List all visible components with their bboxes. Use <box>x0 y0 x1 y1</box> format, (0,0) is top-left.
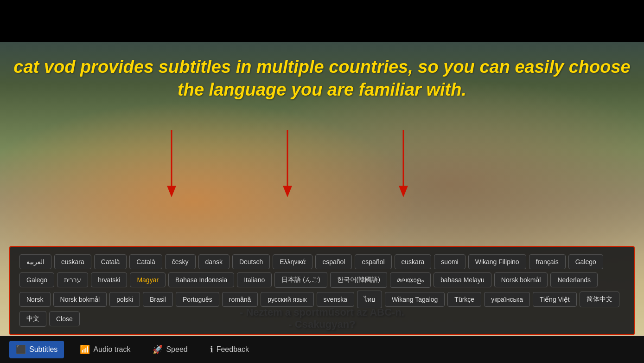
audio-track-button[interactable]: 📶 Audio track <box>73 341 137 358</box>
lang-btn-ukrainian[interactable]: українська <box>484 292 530 307</box>
lang-btn-greek[interactable]: Ελληνικά <box>273 254 312 269</box>
speed-label: Speed <box>166 345 187 354</box>
subtitles-button[interactable]: ⬛ Subtitles <box>9 341 64 358</box>
lang-btn-turkce[interactable]: Türkçe <box>447 292 481 307</box>
lang-btn-hrvatski[interactable]: hrvatski <box>91 272 127 287</box>
feedback-icon: ℹ <box>210 344 213 355</box>
lang-btn-arabic[interactable]: العربية <box>19 254 51 269</box>
lang-btn-norsk_bokmal2[interactable]: Norsk bokmål <box>53 292 107 307</box>
lang-btn-norsk[interactable]: Norsk <box>19 292 51 307</box>
lang-btn-bahasa_indonesia[interactable]: Bahasa Indonesia <box>168 272 234 287</box>
subtitles-label: Subtitles <box>29 345 57 354</box>
lang-btn-italiano[interactable]: Italiano <box>237 272 272 287</box>
lang-btn-galego1[interactable]: Galego <box>568 254 603 269</box>
lang-btn-wikang_filipino[interactable]: Wikang Filipino <box>468 254 526 269</box>
lang-btn-magyar[interactable]: Magyar <box>130 272 166 287</box>
bottom-bar: ⬛ Subtitles 📶 Audio track 🚀 Speed ℹ Feed… <box>0 336 644 363</box>
lang-btn-japanese[interactable]: 日本語 (んご) <box>274 272 327 288</box>
lang-btn-thai[interactable]: ไทย <box>357 291 382 308</box>
lang-btn-romana[interactable]: română <box>222 292 258 307</box>
subtitles-icon: ⬛ <box>16 344 26 355</box>
audio-track-label: Audio track <box>93 345 130 354</box>
audio-track-icon: 📶 <box>80 344 90 355</box>
lang-btn-polski[interactable]: polski <box>109 292 140 307</box>
lang-btn-euskara1[interactable]: euskara <box>54 254 91 269</box>
lang-btn-suomi[interactable]: suomi <box>434 254 465 269</box>
lang-btn-chinese[interactable]: 中文 <box>19 311 46 327</box>
lang-btn-simplified_chinese[interactable]: 简体中文 <box>580 292 619 307</box>
subtitle-language-panel: العربيةeuskaraCatalàCatalàčeskydanskDeut… <box>9 246 635 335</box>
feedback-button[interactable]: ℹ Feedback <box>204 341 255 358</box>
lang-btn-brasil[interactable]: Brasil <box>143 292 173 307</box>
black-top-bar <box>0 0 644 42</box>
lang-btn-deutsch[interactable]: Deutsch <box>232 254 270 269</box>
lang-btn-francais[interactable]: français <box>529 254 566 269</box>
overlay-text-container: cat vod provides subtitles in multiple c… <box>0 46 644 111</box>
lang-btn-espanol1[interactable]: español <box>315 254 352 269</box>
lang-btn-svenska[interactable]: svenska <box>317 292 354 307</box>
lang-btn-dansk[interactable]: dansk <box>198 254 230 269</box>
lang-btn-malayalam[interactable]: മലയാളം <box>390 272 431 288</box>
lang-btn-bahasa_melayu[interactable]: bahasa Melayu <box>434 272 491 287</box>
lang-btn-nederlands[interactable]: Nederlands <box>550 272 598 287</box>
lang-btn-close[interactable]: Close <box>49 311 80 326</box>
lang-btn-norsk_bokmal1[interactable]: Norsk bokmål <box>494 272 548 287</box>
lang-btn-espanol2[interactable]: español <box>355 254 391 269</box>
lang-btn-russian[interactable]: русский язык <box>261 292 313 307</box>
lang-btn-catala1[interactable]: Català <box>94 254 127 269</box>
overlay-main-text: cat vod provides subtitles in multiple c… <box>9 56 635 102</box>
lang-btn-catala2[interactable]: Català <box>129 254 162 269</box>
lang-btn-hebrew[interactable]: עברית <box>57 272 88 287</box>
lang-btn-wikang_tagalog[interactable]: Wikang Tagalog <box>385 292 445 307</box>
language-grid: العربيةeuskaraCatalàCatalàčeskydanskDeut… <box>19 254 625 327</box>
feedback-label: Feedback <box>217 345 249 354</box>
speed-button[interactable]: 🚀 Speed <box>146 341 194 358</box>
lang-btn-tieng_viet[interactable]: Tiếng Việt <box>533 292 577 307</box>
speed-icon: 🚀 <box>153 344 163 355</box>
lang-btn-euskara2[interactable]: euskara <box>395 254 432 269</box>
lang-btn-galego2[interactable]: Galego <box>19 272 54 287</box>
lang-btn-korean[interactable]: 한국어(韓國語) <box>330 272 387 288</box>
lang-btn-portugues[interactable]: Português <box>176 292 219 307</box>
lang-btn-cesky[interactable]: česky <box>165 254 196 269</box>
